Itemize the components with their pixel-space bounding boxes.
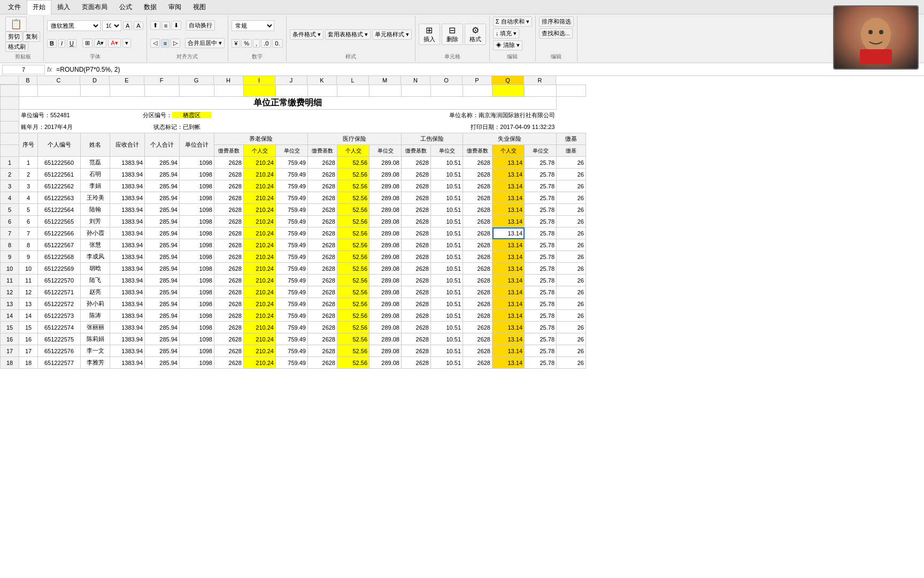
cell-pension-base[interactable]: 2628 — [214, 345, 244, 357]
cell-medical-personal[interactable]: 52.56 — [337, 357, 369, 369]
cell-injury-unit[interactable]: 10.51 — [431, 227, 463, 239]
cell-medical-base[interactable]: 2628 — [308, 192, 337, 204]
cell-unit[interactable]: 1098 — [180, 345, 214, 357]
cell-injury-unit[interactable]: 10.51 — [431, 333, 463, 345]
tab-file[interactable]: 文件 — [2, 0, 27, 14]
cell-id[interactable]: 651222569 — [38, 263, 81, 275]
cell-id[interactable]: 651222568 — [38, 251, 81, 263]
col-header-O[interactable]: O — [430, 76, 463, 85]
cell-injury-unit[interactable]: 10.51 — [431, 180, 463, 192]
cell-unemp-personal active[interactable]: 13.14✚ — [492, 227, 525, 239]
cell-extra[interactable]: 26 — [557, 204, 586, 216]
cell-personal[interactable]: 285.94 — [145, 263, 180, 275]
cell-medical-base[interactable]: 2628 — [308, 251, 337, 263]
cell-total[interactable]: 1383.94 — [110, 263, 145, 275]
currency-button[interactable]: ¥ — [232, 39, 240, 48]
cell-pension-unit[interactable]: 759.49 — [276, 169, 308, 180]
increase-decimal-button[interactable]: .0 — [261, 39, 271, 48]
cell-injury-base[interactable]: 2628 — [402, 286, 431, 298]
cell-medical-personal[interactable]: 52.56 — [337, 204, 369, 216]
cell-injury-unit[interactable]: 10.51 — [431, 251, 463, 263]
cell-medical-base[interactable]: 2628 — [308, 345, 337, 357]
cell-pension-unit[interactable]: 759.49 — [276, 322, 308, 333]
fill-color-button[interactable]: A▾ — [94, 39, 106, 48]
cell-pension-unit[interactable]: 759.49 — [276, 216, 308, 227]
cell-extra[interactable]: 26 — [557, 345, 586, 357]
cell-pension-base[interactable]: 2628 — [214, 286, 244, 298]
cell-pension-unit[interactable]: 759.49 — [276, 275, 308, 286]
cell-R[interactable] — [525, 85, 557, 97]
cell-unemp-unit[interactable]: 25.78 — [525, 298, 557, 310]
cell-unemp-unit[interactable]: 25.78 — [525, 169, 557, 180]
cell-pension-personal[interactable]: 210.24 — [244, 251, 276, 263]
cell-medical-base[interactable]: 2628 — [308, 322, 337, 333]
cell-extra[interactable]: 26 — [557, 333, 586, 345]
cell-unit[interactable]: 1098 — [180, 322, 214, 333]
find-select-button[interactable]: 查找和选... — [539, 28, 573, 39]
cell-injury-unit[interactable]: 10.51 — [431, 345, 463, 357]
increase-font-button[interactable]: A — [123, 21, 132, 30]
cell-total[interactable]: 1383.94 — [110, 251, 145, 263]
cell-medical-personal[interactable]: 52.56 — [337, 286, 369, 298]
cell-personal[interactable]: 285.94 — [145, 275, 180, 286]
cell-id[interactable]: 651222572 — [38, 298, 81, 310]
cell-personal[interactable]: 285.94 — [145, 204, 180, 216]
cell-B[interactable] — [19, 85, 38, 97]
cell-unemp-base[interactable]: 2628 — [463, 263, 492, 275]
cell-extra[interactable]: 26 — [557, 251, 586, 263]
cell-name[interactable]: 李娟 — [81, 180, 110, 192]
cell-unemp-base[interactable]: 2628 — [463, 227, 492, 239]
cut-button[interactable]: 剪切 — [5, 32, 22, 42]
col-header-L[interactable]: L — [337, 76, 369, 85]
cell-medical-base[interactable]: 2628 — [308, 169, 337, 180]
cell-O[interactable] — [431, 85, 463, 97]
fill-button[interactable]: ↓ 填充 ▾ — [493, 28, 520, 39]
cell-medical-personal[interactable]: 52.56 — [337, 169, 369, 180]
cell-pension-unit[interactable]: 759.49 — [276, 192, 308, 204]
cell-unemp-base[interactable]: 2628 — [463, 169, 492, 180]
cell-personal[interactable]: 285.94 — [145, 251, 180, 263]
delete-cells-button[interactable]: ⊟删除 — [442, 24, 463, 45]
cell-unemp-unit[interactable]: 25.78 — [525, 251, 557, 263]
cell-pension-unit[interactable]: 759.49 — [276, 157, 308, 169]
cell-injury-unit[interactable]: 10.51 — [431, 169, 463, 180]
cell-name[interactable]: 王玲美 — [81, 192, 110, 204]
cell-N[interactable] — [402, 85, 431, 97]
cell-name[interactable]: 李成风 — [81, 251, 110, 263]
cell-medical-personal[interactable]: 52.56 — [337, 216, 369, 227]
cell-pension-unit[interactable]: 759.49 — [276, 204, 308, 216]
cell-medical-personal[interactable]: 52.56 — [337, 192, 369, 204]
cell-seqno[interactable]: 9 — [19, 251, 38, 263]
cell-unit[interactable]: 1098 — [180, 263, 214, 275]
align-top-button[interactable]: ⬆ — [150, 21, 160, 30]
cell-unemp-base[interactable]: 2628 — [463, 357, 492, 369]
cell-medical-personal[interactable]: 52.56 — [337, 180, 369, 192]
name-box[interactable]: 7 — [2, 65, 45, 74]
cell-unit[interactable]: 1098 — [180, 157, 214, 169]
cell-injury-base[interactable]: 2628 — [402, 192, 431, 204]
cell-pension-unit[interactable]: 759.49 — [276, 310, 308, 322]
cell-I-yellow[interactable] — [244, 85, 276, 97]
cell-name[interactable]: 陆翰 — [81, 204, 110, 216]
cell-medical-base[interactable]: 2628 — [308, 263, 337, 275]
cell-seqno[interactable]: 2 — [19, 169, 38, 180]
cell-total[interactable]: 1383.94 — [110, 286, 145, 298]
underline-button[interactable]: U — [67, 39, 76, 48]
cell-unemp-unit[interactable]: 25.78 — [525, 345, 557, 357]
cell-medical-unit[interactable]: 289.08 — [369, 322, 402, 333]
cell-injury-unit[interactable]: 10.51 — [431, 204, 463, 216]
cell-pension-personal[interactable]: 210.24 — [244, 310, 276, 322]
cell-seqno[interactable]: 1 — [19, 157, 38, 169]
cell-unemp-personal[interactable]: 13.14 — [492, 204, 525, 216]
italic-button[interactable]: I — [58, 39, 65, 48]
cell-pension-base[interactable]: 2628 — [214, 157, 244, 169]
more-font-button[interactable]: ▾ — [122, 39, 131, 48]
cell-extra[interactable]: 26 — [557, 298, 586, 310]
cell-total[interactable]: 1383.94 — [110, 310, 145, 322]
insert-cells-button[interactable]: ⊞插入 — [419, 24, 440, 45]
cell-pension-unit[interactable]: 759.49 — [276, 345, 308, 357]
cell-pension-base[interactable]: 2628 — [214, 357, 244, 369]
decrease-decimal-button[interactable]: 0. — [272, 39, 282, 48]
cell-unemp-unit[interactable]: 25.78 — [525, 357, 557, 369]
cell-medical-base[interactable]: 2628 — [308, 286, 337, 298]
